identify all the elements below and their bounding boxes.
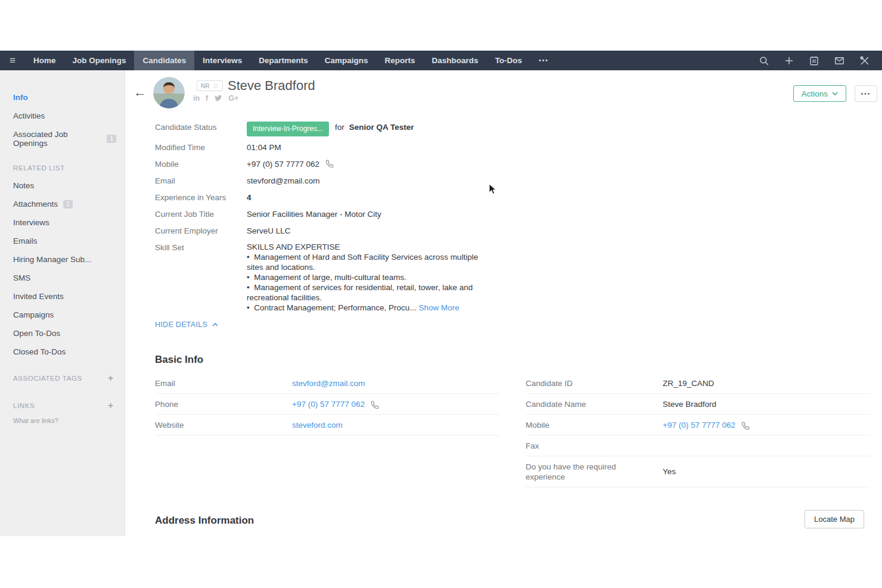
nav-to-dos[interactable]: To-Dos <box>487 51 531 70</box>
mail-icon[interactable] <box>834 55 845 66</box>
sidebar-item-info[interactable]: Info <box>0 88 125 107</box>
associated-tags-header: ASSOCIATED TAGS + <box>0 361 125 388</box>
sidebar-item-interviews[interactable]: Interviews <box>0 213 125 232</box>
sidebar-item-closed-to-dos[interactable]: Closed To-Dos <box>0 343 125 361</box>
hamburger-menu-icon[interactable]: ≡ <box>0 51 25 70</box>
row-email: Email stevford@zmail.com <box>155 175 492 186</box>
row-experience-years: Experience in Years 4 <box>155 192 492 203</box>
candidate-summary: Candidate Status Interview-In-Progres...… <box>155 122 492 318</box>
skill-set-text: SKILLS AND EXPERTISE Management of Hard … <box>247 242 482 313</box>
calendar-icon[interactable]: 31 <box>809 55 819 66</box>
nav-job-openings[interactable]: Job Openings <box>64 51 134 70</box>
field-candidate-id: Candidate ID ZR_19_CAND <box>526 373 870 394</box>
what-are-links-text[interactable]: What are links? <box>0 416 125 425</box>
job-opening-link[interactable]: Senior QA Tester <box>349 122 414 133</box>
related-list-header: RELATED LIST <box>0 153 125 176</box>
chevron-up-icon <box>212 323 218 326</box>
hide-details-toggle[interactable]: HIDE DETAILS <box>155 321 218 329</box>
setup-tools-icon[interactable] <box>859 55 870 66</box>
nav-departments[interactable]: Departments <box>250 51 316 70</box>
row-skill-set: Skill Set SKILLS AND EXPERTISE Managemen… <box>155 242 492 313</box>
row-candidate-status: Candidate Status Interview-In-Progres...… <box>155 122 492 136</box>
app-body: Info Activities Associated Job Openings … <box>0 70 882 536</box>
social-icons: in f G+ <box>193 94 238 102</box>
show-more-link[interactable]: Show More <box>418 303 459 312</box>
row-current-job-title: Current Job Title Senior Facilities Mana… <box>155 209 492 220</box>
left-sidebar: Info Activities Associated Job Openings … <box>0 70 125 536</box>
nav-interviews[interactable]: Interviews <box>194 51 250 70</box>
top-navbar: ≡ Home Job Openings Candidates Interview… <box>0 51 882 70</box>
field-phone: Phone +97 (0) 57 7777 062 <box>155 394 499 415</box>
basic-info-grid: Email stevford@zmail.com Phone +97 (0) 5… <box>155 373 870 487</box>
address-information-title: Address Information <box>155 515 254 527</box>
sidebar-item-hiring-manager-sub[interactable]: Hiring Manager Sub... <box>0 250 125 269</box>
header-more-button[interactable]: ••• <box>855 85 877 102</box>
email-link[interactable]: stevford@zmail.com <box>292 379 365 388</box>
field-mobile: Mobile +97 (0) 57 7777 062 <box>526 415 870 435</box>
sidebar-item-campaigns[interactable]: Campaigns <box>0 306 125 324</box>
nav-reports[interactable]: Reports <box>377 51 424 70</box>
row-current-employer: Current Employer ServeU LLC <box>155 225 492 237</box>
candidate-detail-panel: ← NR ☆ Steve Bradford <box>125 70 882 536</box>
mobile-link[interactable]: +97 (0) 57 7777 062 <box>663 421 735 430</box>
nav-home[interactable]: Home <box>25 51 64 70</box>
nav-more-icon[interactable]: ••• <box>530 51 557 70</box>
sidebar-item-sms[interactable]: SMS <box>0 269 125 287</box>
field-required-experience: Do you have the required experience Yes <box>526 456 870 487</box>
nav-dashboards[interactable]: Dashboards <box>424 51 487 70</box>
facebook-icon[interactable]: f <box>206 94 208 102</box>
phone-link[interactable]: +97 (0) 57 7777 062 <box>292 400 365 409</box>
linkedin-icon[interactable]: in <box>193 94 200 102</box>
navbar-icon-group: 31 <box>759 51 882 70</box>
add-record-icon[interactable] <box>784 55 794 66</box>
links-header: LINKS + <box>0 388 125 416</box>
sidebar-item-notes[interactable]: Notes <box>0 176 125 195</box>
twitter-icon[interactable] <box>214 95 222 102</box>
chevron-down-icon <box>832 92 838 95</box>
add-tag-icon[interactable]: + <box>104 373 117 384</box>
nav-candidates[interactable]: Candidates <box>134 51 194 70</box>
count-badge: 1 <box>107 135 116 143</box>
sidebar-item-associated-job-openings[interactable]: Associated Job Openings 1 <box>0 125 125 153</box>
sidebar-item-invited-events[interactable]: Invited Events <box>0 287 125 306</box>
candidate-avatar[interactable] <box>153 77 185 108</box>
screen: ≡ Home Job Openings Candidates Interview… <box>0 0 882 588</box>
field-email: Email stevford@zmail.com <box>155 373 499 394</box>
row-mobile: Mobile +97 (0) 57 7777 062 <box>155 158 492 170</box>
rating-star-icon[interactable]: ☆ <box>212 82 219 90</box>
back-arrow-icon[interactable]: ← <box>133 85 147 100</box>
sidebar-item-open-to-dos[interactable]: Open To-Dos <box>0 324 125 343</box>
sidebar-item-attachments[interactable]: Attachments 1 <box>0 195 125 213</box>
field-website: Website steveford.com <box>155 415 499 435</box>
add-link-icon[interactable]: + <box>104 400 117 411</box>
count-badge: 1 <box>63 200 73 209</box>
sidebar-item-emails[interactable]: Emails <box>0 232 125 250</box>
svg-text:31: 31 <box>812 59 816 63</box>
field-candidate-name: Candidate Name Steve Bradford <box>526 394 870 415</box>
sidebar-item-activities[interactable]: Activities <box>0 107 125 125</box>
nav-campaigns[interactable]: Campaigns <box>316 51 377 70</box>
phone-call-icon[interactable] <box>741 422 750 430</box>
rating-badge[interactable]: NR ☆ <box>197 80 223 91</box>
search-icon[interactable] <box>759 55 769 66</box>
candidate-name-title: Steve Bradford <box>228 78 315 94</box>
avatar-photo <box>153 77 185 108</box>
locate-map-button[interactable]: Locate Map <box>805 510 864 528</box>
phone-call-icon[interactable] <box>325 160 334 168</box>
actions-button[interactable]: Actions <box>793 85 846 102</box>
basic-info-left-column: Email stevford@zmail.com Phone +97 (0) 5… <box>155 373 499 487</box>
basic-info-title: Basic Info <box>155 354 203 366</box>
website-link[interactable]: steveford.com <box>292 421 343 430</box>
phone-call-icon[interactable] <box>371 401 379 409</box>
field-fax: Fax <box>526 435 870 456</box>
basic-info-right-column: Candidate ID ZR_19_CAND Candidate Name S… <box>526 373 870 487</box>
status-badge[interactable]: Interview-In-Progres... <box>247 122 329 136</box>
google-plus-icon[interactable]: G+ <box>228 94 238 102</box>
row-modified-time: Modified Time 01:04 PM <box>155 142 492 153</box>
